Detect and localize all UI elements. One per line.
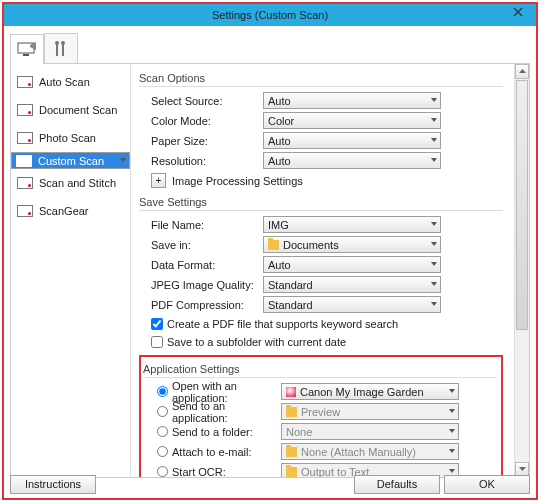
sidebar: Auto Scan Document Scan Photo Scan Custo…: [11, 64, 131, 477]
color-mode-label: Color Mode:: [139, 115, 263, 127]
svg-point-7: [61, 41, 65, 45]
resolution-label: Resolution:: [139, 155, 263, 167]
tools-icon: [53, 40, 69, 58]
image-processing-label: Image Processing Settings: [172, 175, 303, 187]
sidebar-item-photo-scan[interactable]: Photo Scan: [11, 124, 130, 152]
subfolder-checkbox[interactable]: [151, 336, 163, 348]
select-source-label: Select Source:: [139, 95, 263, 107]
tab-general-settings[interactable]: [44, 33, 78, 63]
application-settings-group: Application Settings Open with an applic…: [139, 355, 503, 477]
send-to-folder-radio[interactable]: [157, 426, 168, 437]
sidebar-item-auto-scan[interactable]: Auto Scan: [11, 68, 130, 96]
data-format-label: Data Format:: [139, 259, 263, 271]
titlebar: Settings (Custom Scan): [4, 4, 536, 26]
doc-icon: [17, 76, 33, 88]
doc-icon: [17, 205, 33, 217]
open-with-app-radio[interactable]: [157, 386, 168, 397]
save-settings-title: Save Settings: [139, 196, 503, 208]
paper-size-dropdown[interactable]: Auto: [263, 132, 441, 149]
data-format-dropdown[interactable]: Auto: [263, 256, 441, 273]
sidebar-item-scan-and-stitch[interactable]: Scan and Stitch: [11, 169, 130, 197]
scroll-up[interactable]: [515, 64, 529, 79]
doc-icon: [17, 177, 33, 189]
folder-icon: [286, 407, 297, 417]
close-icon: [513, 7, 523, 17]
attach-email-dropdown[interactable]: None (Attach Manually): [281, 443, 459, 460]
main-panel: Scan Options Select Source:Auto Color Mo…: [131, 64, 529, 477]
jpeg-quality-dropdown[interactable]: Standard: [263, 276, 441, 293]
file-name-label: File Name:: [139, 219, 263, 231]
attach-email-radio[interactable]: [157, 446, 168, 457]
pdf-compression-dropdown[interactable]: Standard: [263, 296, 441, 313]
pdf-keyword-checkbox[interactable]: [151, 318, 163, 330]
folder-icon: [286, 447, 297, 457]
save-in-label: Save in:: [139, 239, 263, 251]
pdf-keyword-label: Create a PDF file that supports keyword …: [167, 318, 398, 330]
save-in-dropdown[interactable]: Documents: [263, 236, 441, 253]
sidebar-item-document-scan[interactable]: Document Scan: [11, 96, 130, 124]
close-button[interactable]: [502, 6, 534, 20]
svg-point-6: [55, 41, 59, 45]
file-name-dropdown[interactable]: IMG: [263, 216, 441, 233]
doc-icon: [16, 155, 32, 167]
sidebar-item-custom-scan[interactable]: Custom Scan: [11, 152, 130, 169]
sidebar-label: Auto Scan: [39, 76, 90, 88]
send-to-folder-label: Send to a folder:: [172, 426, 253, 438]
defaults-button[interactable]: Defaults: [354, 475, 440, 494]
scrollbar[interactable]: [514, 64, 529, 477]
folder-icon: [268, 240, 279, 250]
send-to-app-label: Send to an application:: [172, 400, 281, 424]
paper-size-label: Paper Size:: [139, 135, 263, 147]
sidebar-label: Document Scan: [39, 104, 117, 116]
ok-button[interactable]: OK: [444, 475, 530, 494]
doc-icon: [17, 104, 33, 116]
sidebar-label: Custom Scan: [38, 155, 104, 167]
sidebar-label: Photo Scan: [39, 132, 96, 144]
app-settings-title: Application Settings: [143, 363, 497, 375]
pdf-compression-label: PDF Compression:: [139, 299, 263, 311]
expand-image-processing[interactable]: +: [151, 173, 166, 188]
attach-email-label: Attach to e-mail:: [172, 446, 251, 458]
jpeg-quality-label: JPEG Image Quality:: [139, 279, 263, 291]
scan-options-title: Scan Options: [139, 72, 503, 84]
resolution-dropdown[interactable]: Auto: [263, 152, 441, 169]
color-mode-dropdown[interactable]: Color: [263, 112, 441, 129]
subfolder-label: Save to a subfolder with current date: [167, 336, 346, 348]
send-to-app-radio[interactable]: [157, 406, 168, 417]
select-source-dropdown[interactable]: Auto: [263, 92, 441, 109]
app-icon: [286, 387, 296, 397]
chevron-up-icon: [519, 69, 526, 74]
sidebar-item-scangear[interactable]: ScanGear: [11, 197, 130, 225]
tab-scan-from-computer[interactable]: [10, 34, 44, 64]
sidebar-label: ScanGear: [39, 205, 89, 217]
sidebar-label: Scan and Stitch: [39, 177, 116, 189]
send-to-app-dropdown[interactable]: Preview: [281, 403, 459, 420]
doc-icon: [17, 132, 33, 144]
window-title: Settings (Custom Scan): [212, 9, 328, 21]
send-to-folder-dropdown[interactable]: None: [281, 423, 459, 440]
chevron-down-icon: [519, 467, 526, 472]
instructions-button[interactable]: Instructions: [10, 475, 96, 494]
monitor-icon: [17, 42, 37, 58]
bottom-buttons: Instructions Defaults OK: [10, 475, 530, 494]
top-tabs: [10, 32, 530, 64]
open-with-app-dropdown[interactable]: Canon My Image Garden: [281, 383, 459, 400]
scroll-thumb[interactable]: [516, 80, 528, 330]
svg-rect-3: [23, 54, 29, 56]
